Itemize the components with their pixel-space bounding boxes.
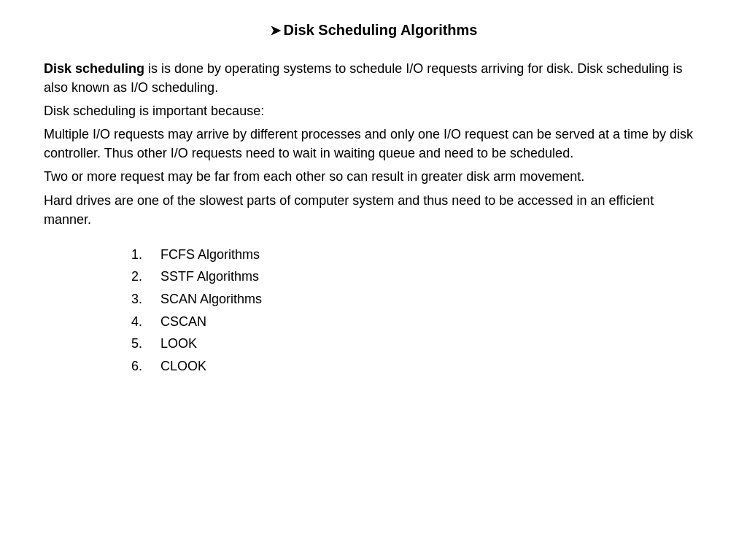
list-item: SCAN Algorithms: [146, 288, 703, 311]
content-body: Disk scheduling is is done by operating …: [44, 59, 703, 377]
intro-paragraph: Disk scheduling is is done by operating …: [44, 59, 703, 229]
bold-term: Disk scheduling: [44, 61, 144, 76]
page-container: ➤Disk Scheduling Algorithms Disk schedul…: [44, 22, 703, 377]
intro-line3: Multiple I/O requests may arrive by diff…: [44, 125, 703, 163]
intro-line5: Hard drives are one of the slowest parts…: [44, 191, 703, 229]
list-item: FCFS Algorithms: [146, 244, 703, 266]
intro-line1: Disk scheduling is is done by operating …: [44, 59, 703, 97]
list-item: SSTF Algorithms: [146, 265, 703, 288]
list-item: CLOOK: [146, 355, 703, 378]
list-item: LOOK: [146, 332, 703, 355]
page-title: ➤Disk Scheduling Algorithms: [44, 22, 703, 39]
intro-line4: Two or more request may be far from each…: [44, 167, 703, 186]
algorithms-list: FCFS AlgorithmsSSTF AlgorithmsSCAN Algor…: [131, 244, 703, 378]
intro-line2: Disk scheduling is important because:: [44, 101, 703, 120]
title-arrow-icon: ➤: [270, 23, 281, 39]
title-text: Disk Scheduling Algorithms: [284, 22, 478, 39]
list-item: CSCAN: [146, 311, 703, 333]
algorithms-ordered-list: FCFS AlgorithmsSSTF AlgorithmsSCAN Algor…: [131, 244, 703, 378]
